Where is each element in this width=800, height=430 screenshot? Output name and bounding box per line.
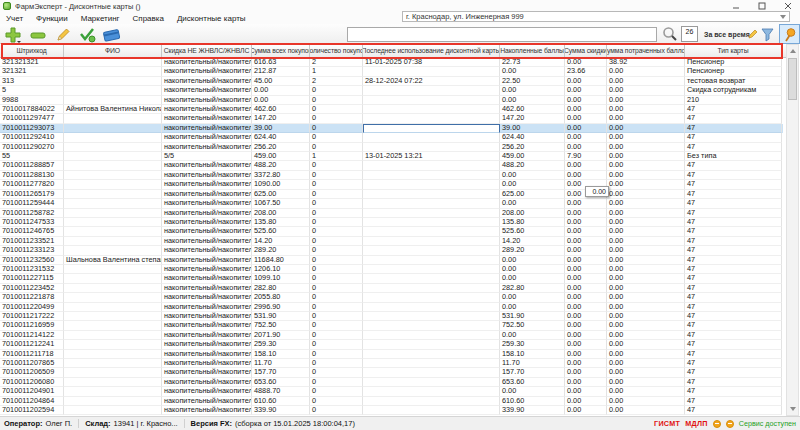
table-row[interactable]: 313накопительный/накопительный45.00228-1…: [0, 77, 783, 86]
column-header[interactable]: Скидка НЕ ЖНВЛС/ЖНВЛС: [162, 44, 252, 57]
maximize-icon[interactable]: [756, 1, 768, 11]
table-row[interactable]: 7010011216959накопительный/накопительный…: [0, 321, 783, 330]
table-row[interactable]: 7010011227115накопительный/накопительный…: [0, 274, 783, 283]
table-row[interactable]: 7010011292410накопительный/накопительный…: [0, 133, 783, 142]
table-cell: 0.00: [607, 378, 685, 387]
search-input[interactable]: [347, 27, 657, 42]
table-row[interactable]: 7010017884022Айнитова Валентина Николаев…: [0, 105, 783, 114]
table-row[interactable]: 7010011204901накопительный/накопительный…: [0, 387, 783, 396]
cell-edit-popup[interactable]: 0.00: [585, 186, 609, 197]
table-cell: накопительный/накопительный: [162, 199, 252, 208]
table-row[interactable]: 7010011204864накопительный/накопительный…: [0, 397, 783, 406]
table-row[interactable]: 7010011211718накопительный/накопительный…: [0, 350, 783, 359]
column-header[interactable]: Тип карты: [685, 44, 782, 57]
menu-discount-cards[interactable]: Дисконтные карты: [177, 14, 246, 23]
table-row[interactable]: 7010011206509накопительный/накопительный…: [0, 368, 783, 377]
close-icon[interactable]: [782, 1, 794, 11]
add-button[interactable]: [2, 25, 24, 43]
table-cell: 208.00: [500, 209, 565, 218]
column-header[interactable]: Последнее использование дисконтной карты: [363, 44, 500, 57]
table-cell: [64, 340, 162, 349]
table-row[interactable]: 7010011277820накопительный/накопительный…: [0, 180, 783, 189]
table-cell: 45.00: [252, 77, 310, 86]
column-header[interactable]: Штрихкод: [0, 44, 64, 57]
pin-button[interactable]: [779, 24, 800, 44]
table-cell: накопительный/накопительный: [162, 96, 252, 105]
table-cell: 321321: [0, 67, 64, 76]
table-row[interactable]: 7010011221878накопительный/накопительный…: [0, 293, 783, 302]
scroll-down-icon[interactable]: [787, 403, 798, 415]
table-cell: накопительный/накопительный: [162, 265, 252, 274]
table-row[interactable]: 7010011220499накопительный/накопительный…: [0, 303, 783, 312]
menu-uchet[interactable]: Учет: [6, 14, 23, 23]
table-cell: 7010011259444: [0, 199, 64, 208]
table-row[interactable]: 7010011293073накопительный/накопительный…: [0, 124, 783, 133]
table-row[interactable]: 7010011297477накопительный/накопительный…: [0, 114, 783, 123]
edit-button[interactable]: [52, 25, 74, 43]
table-cell: 7010011221878: [0, 293, 64, 302]
menu-funkcii[interactable]: Функции: [36, 14, 68, 23]
column-header[interactable]: Сумма потраченных баллов: [607, 44, 685, 57]
table-row[interactable]: 7010011246765накопительный/накопительный…: [0, 227, 783, 236]
table-row[interactable]: 7010011217222накопительный/накопительный…: [0, 312, 783, 321]
column-header[interactable]: Накопленные баллы: [500, 44, 565, 57]
table-row[interactable]: 7010011233521накопительный/накопительный…: [0, 237, 783, 246]
table-cell: 339.90: [500, 406, 565, 415]
table-cell: 0.00: [607, 265, 685, 274]
column-header[interactable]: Сумма всех покупок: [252, 44, 310, 57]
table-row[interactable]: 7010011288130накопительный/накопительный…: [0, 171, 783, 180]
table-row[interactable]: 7010011223452накопительный/накопительный…: [0, 284, 783, 293]
card-button[interactable]: [100, 25, 122, 43]
table-row[interactable]: 321321накопительный/накопительный212.871…: [0, 67, 783, 76]
minimize-icon[interactable]: [730, 1, 742, 11]
search-button[interactable]: [659, 25, 681, 43]
filter-button[interactable]: [758, 25, 776, 43]
scrollbar-thumb[interactable]: [788, 58, 797, 100]
table-row[interactable]: 7010011231532накопительный/накопительный…: [0, 265, 783, 274]
table-row[interactable]: 7010011206080накопительный/накопительный…: [0, 378, 783, 387]
period-filter-label[interactable]: За все время: [704, 31, 750, 38]
table-cell: 7010011216959: [0, 321, 64, 330]
column-header[interactable]: Количество покупок: [310, 44, 363, 57]
table-header-row: ШтрихкодФИОСкидка НЕ ЖНВЛС/ЖНВЛССумма вс…: [0, 44, 786, 58]
menu-spravka[interactable]: Справка: [133, 14, 164, 23]
status-badge-icon[interactable]: [713, 420, 721, 428]
table-cell: 616.63: [252, 58, 310, 67]
table-row[interactable]: 555/5459.00113-01-2025 13:21459.007.900.…: [0, 152, 783, 161]
column-header[interactable]: Сумма скидки: [565, 44, 607, 57]
table-cell: 7010011212241: [0, 340, 64, 349]
table-cell: накопительный/накопительный: [162, 331, 252, 340]
table-row[interactable]: 7010011288857накопительный/накопительный…: [0, 161, 783, 170]
table-row[interactable]: 7010011214122накопительный/накопительный…: [0, 331, 783, 340]
table-row[interactable]: 9988накопительный/накопительный0.0000.00…: [0, 96, 783, 105]
table-row[interactable]: 7010011265179накопительный/накопительный…: [0, 190, 783, 199]
delete-button[interactable]: [27, 25, 49, 43]
menu-marketing[interactable]: Маркетинг: [81, 14, 120, 23]
table-row[interactable]: 7010011233123накопительный/накопительный…: [0, 246, 783, 255]
table-cell: 0.00: [565, 331, 607, 340]
calendar-button[interactable]: 26: [681, 26, 698, 42]
location-selector[interactable]: г. Краснодар, ул. Инженерная 999: [402, 11, 790, 22]
table-row[interactable]: 7010011247533накопительный/накопительный…: [0, 218, 783, 227]
table-row[interactable]: 321321321накопительный/накопительный616.…: [0, 58, 783, 67]
table-cell: 157.70: [252, 368, 310, 377]
status-badge-icon[interactable]: [726, 420, 734, 428]
table-cell: 0: [310, 350, 363, 359]
table-row[interactable]: 7010011212241накопительный/накопительный…: [0, 340, 783, 349]
table-row[interactable]: 7010011232560Шальнова Валентина степанов…: [0, 256, 783, 265]
edit-period-button[interactable]: [745, 25, 759, 43]
table-row[interactable]: 7010011259444накопительный/накопительный…: [0, 199, 783, 208]
table-row[interactable]: 5накопительный/накопительный0.0000.000.0…: [0, 86, 783, 95]
table-cell: 0.00: [607, 368, 685, 377]
table-row[interactable]: 7010011290270накопительный/накопительный…: [0, 143, 783, 152]
column-header[interactable]: ФИО: [64, 44, 162, 57]
table-row[interactable]: 7010011202594накопительный/накопительный…: [0, 406, 783, 415]
table-cell: 0.00: [565, 340, 607, 349]
table-row[interactable]: 7010011258782накопительный/накопительный…: [0, 209, 783, 218]
table-cell: 7010011292410: [0, 133, 64, 142]
vertical-scrollbar[interactable]: [786, 44, 799, 416]
table-cell: 625.00: [500, 190, 565, 199]
apply-button[interactable]: [76, 25, 98, 43]
table-row[interactable]: 7010011207865накопительный/накопительный…: [0, 359, 783, 368]
scroll-up-icon[interactable]: [787, 45, 798, 57]
